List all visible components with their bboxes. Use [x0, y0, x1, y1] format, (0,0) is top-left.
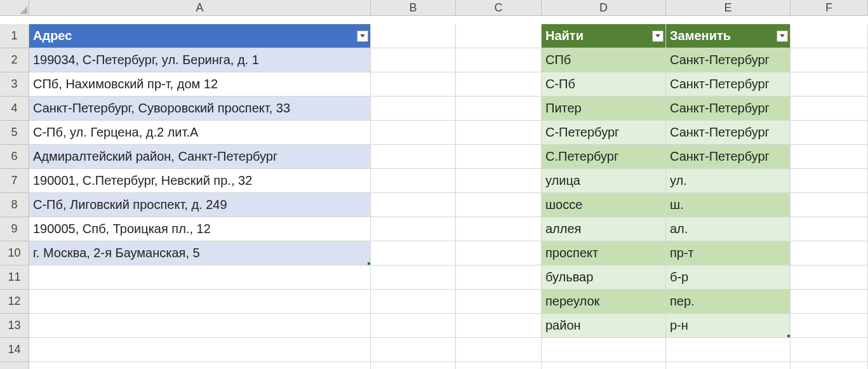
column-header-C[interactable]: C — [456, 0, 542, 16]
cell-E4[interactable]: Санкт-Петербург — [666, 97, 791, 121]
cell-B1[interactable] — [371, 24, 456, 48]
cell-F14[interactable] — [791, 338, 868, 362]
cell-C1[interactable] — [456, 24, 542, 48]
cell-D12[interactable]: переулок — [542, 290, 666, 314]
cell-C8[interactable] — [456, 193, 542, 217]
cell-E5[interactable]: Санкт-Петербург — [666, 121, 791, 145]
cell-E9[interactable]: ал. — [666, 217, 791, 241]
cell-F13[interactable] — [791, 314, 868, 338]
row-header-2[interactable]: 2 — [0, 48, 29, 72]
cell-A2[interactable]: 199034, С-Петербург, ул. Беринга, д. 1 — [29, 48, 371, 72]
cell-D9[interactable]: аллея — [542, 217, 666, 241]
cell-B3[interactable] — [371, 72, 456, 97]
cell-F4[interactable] — [791, 97, 868, 121]
cell-F10[interactable] — [791, 241, 868, 265]
row-header-15[interactable]: 15 — [0, 362, 29, 369]
row-header-1[interactable]: 1 — [0, 24, 29, 48]
cell-D11[interactable]: бульвар — [542, 265, 666, 290]
cell-E12[interactable]: пер. — [666, 290, 791, 314]
row-header-7[interactable]: 7 — [0, 169, 29, 193]
cell-F15[interactable] — [791, 362, 868, 369]
cell-C12[interactable] — [456, 290, 542, 314]
table-header-address[interactable]: Адрес — [29, 24, 371, 48]
cell-A4[interactable]: Санкт-Петербург, Суворовский проспект, 3… — [29, 97, 371, 121]
cell-D8[interactable]: шоссе — [542, 193, 666, 217]
filter-button-address[interactable] — [357, 30, 368, 42]
cell-F3[interactable] — [791, 72, 868, 97]
cell-C10[interactable] — [456, 241, 542, 265]
cell-B12[interactable] — [371, 290, 456, 314]
cell-F11[interactable] — [791, 265, 868, 290]
table-header-replace[interactable]: Заменить — [666, 24, 791, 48]
cell-B15[interactable] — [371, 362, 456, 369]
cell-C14[interactable] — [456, 338, 542, 362]
cell-B11[interactable] — [371, 265, 456, 290]
cell-F12[interactable] — [791, 290, 868, 314]
cell-F5[interactable] — [791, 121, 868, 145]
cell-A11[interactable] — [29, 265, 371, 290]
row-header-13[interactable]: 13 — [0, 314, 29, 338]
column-header-E[interactable]: E — [666, 0, 791, 16]
column-header-B[interactable]: B — [371, 0, 456, 16]
row-header-6[interactable]: 6 — [0, 145, 29, 169]
cell-C15[interactable] — [456, 362, 542, 369]
cell-B6[interactable] — [371, 145, 456, 169]
cell-F6[interactable] — [791, 145, 868, 169]
cell-A14[interactable] — [29, 338, 371, 362]
cell-B5[interactable] — [371, 121, 456, 145]
row-header-14[interactable]: 14 — [0, 338, 29, 362]
column-header-F[interactable]: F — [791, 0, 868, 16]
cell-C2[interactable] — [456, 48, 542, 72]
cell-A3[interactable]: СПб, Нахимовский пр-т, дом 12 — [29, 72, 371, 97]
column-header-D[interactable]: D — [542, 0, 666, 16]
cell-F9[interactable] — [791, 217, 868, 241]
row-header-4[interactable]: 4 — [0, 97, 29, 121]
cell-E10[interactable]: пр-т — [666, 241, 791, 265]
cell-D6[interactable]: С.Петербург — [542, 145, 666, 169]
cell-F8[interactable] — [791, 193, 868, 217]
cell-C5[interactable] — [456, 121, 542, 145]
filter-button-replace[interactable] — [777, 30, 788, 42]
cell-B4[interactable] — [371, 97, 456, 121]
cell-C13[interactable] — [456, 314, 542, 338]
cell-D14[interactable] — [542, 338, 666, 362]
cell-D2[interactable]: СПб — [542, 48, 666, 72]
select-all-corner[interactable] — [0, 0, 29, 16]
cell-A13[interactable] — [29, 314, 371, 338]
cell-E15[interactable] — [666, 362, 791, 369]
cell-A9[interactable]: 190005, Спб, Троицкая пл., 12 — [29, 217, 371, 241]
cell-B14[interactable] — [371, 338, 456, 362]
cell-E8[interactable]: ш. — [666, 193, 791, 217]
cell-E11[interactable]: б-р — [666, 265, 791, 290]
cell-F2[interactable] — [791, 48, 868, 72]
cell-F1[interactable] — [791, 24, 868, 48]
row-header-12[interactable]: 12 — [0, 290, 29, 314]
cell-B13[interactable] — [371, 314, 456, 338]
cell-A15[interactable] — [29, 362, 371, 369]
cell-C6[interactable] — [456, 145, 542, 169]
cell-D4[interactable]: Питер — [542, 97, 666, 121]
row-header-3[interactable]: 3 — [0, 72, 29, 97]
spreadsheet-grid[interactable]: ABCDEF1АдресНайтиЗаменить2199034, С-Пете… — [0, 0, 868, 369]
cell-A12[interactable] — [29, 290, 371, 314]
row-header-10[interactable]: 10 — [0, 241, 29, 265]
cell-E14[interactable] — [666, 338, 791, 362]
cell-D7[interactable]: улица — [542, 169, 666, 193]
filter-button-find[interactable] — [652, 30, 664, 42]
cell-C9[interactable] — [456, 217, 542, 241]
cell-D10[interactable]: проспект — [542, 241, 666, 265]
cell-B2[interactable] — [371, 48, 456, 72]
row-header-9[interactable]: 9 — [0, 217, 29, 241]
cell-C11[interactable] — [456, 265, 542, 290]
column-header-A[interactable]: A — [29, 0, 371, 16]
cell-A6[interactable]: Адмиралтейский район, Санкт-Петербург — [29, 145, 371, 169]
row-header-5[interactable]: 5 — [0, 121, 29, 145]
cell-B9[interactable] — [371, 217, 456, 241]
cell-E6[interactable]: Санкт-Петербург — [666, 145, 791, 169]
cell-A5[interactable]: С-Пб, ул. Герцена, д.2 лит.А — [29, 121, 371, 145]
row-header-8[interactable]: 8 — [0, 193, 29, 217]
cell-D3[interactable]: С-Пб — [542, 72, 666, 97]
cell-E13[interactable]: р-н — [666, 314, 791, 338]
cell-D5[interactable]: С-Петербург — [542, 121, 666, 145]
cell-B8[interactable] — [371, 193, 456, 217]
